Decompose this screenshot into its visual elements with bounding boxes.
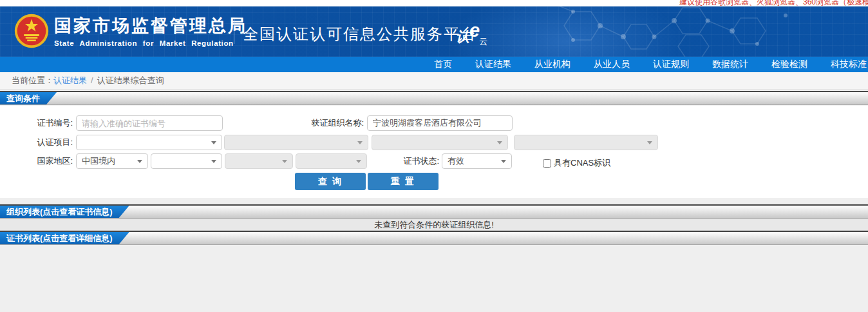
breadcrumb-separator: /: [91, 75, 93, 85]
chevron-down-icon: [497, 141, 502, 144]
chevron-down-icon: [647, 141, 652, 144]
ren-e-yun-logo: 认e云: [456, 24, 488, 46]
nav-item-statistics[interactable]: 数据统计: [712, 59, 748, 70]
project-select-level1[interactable]: [76, 135, 222, 150]
region-select-province[interactable]: [151, 153, 222, 169]
org-list-section-bar: 组织列表(点击查看证书信息): [0, 204, 868, 219]
status-label: 证书状态:: [380, 153, 439, 169]
query-section-bar: 查询条件: [0, 91, 868, 105]
nav-item-agencies[interactable]: 从业机构: [534, 59, 571, 70]
logo-char-e: e: [469, 20, 480, 41]
region-select-value: 中国境内: [82, 156, 115, 166]
query-section-tab: 查询条件: [0, 92, 57, 104]
org-list-empty-message: 未查到符合条件的获证组织信息!: [0, 219, 868, 231]
chevron-down-icon: [282, 160, 287, 163]
region-select-district: [296, 153, 367, 169]
query-form: 证书编号: 获证组织名称: 认证项目: 国家地区: 中国境内 证书状态: 有效 …: [0, 106, 868, 198]
cnas-checkbox-row[interactable]: 具有CNAS标识: [543, 155, 610, 171]
nav-item-standards[interactable]: 科技标准: [831, 59, 867, 70]
nav-item-rules[interactable]: 认证规则: [653, 59, 689, 70]
browser-notice: 建议使用谷歌浏览器、火狐浏览器、360浏览器（极速模式）、IE: [679, 0, 868, 6]
chevron-down-icon: [137, 160, 142, 163]
chevron-down-icon: [356, 160, 361, 163]
cert-no-input[interactable]: [76, 115, 223, 131]
org-name-label: 获证组织名称:: [293, 115, 364, 131]
cert-no-label: 证书编号:: [0, 115, 73, 131]
project-select-level4: [514, 135, 658, 150]
org-list-section-tab: 组织列表(点击查看证书信息): [0, 206, 129, 218]
org-name-input[interactable]: [367, 115, 513, 131]
site-header: 国家市场监督管理总局 State Administration for Mark…: [0, 6, 868, 57]
org-title-block: 国家市场监督管理总局 State Administration for Mark…: [54, 15, 247, 48]
main-nav: 首页 认证结果 从业机构 从业人员 认证规则 数据统计 检验检测 科技标准: [0, 57, 868, 72]
region-label: 国家地区:: [0, 153, 73, 169]
project-label: 认证项目:: [0, 135, 73, 150]
status-select-value: 有效: [448, 156, 464, 166]
national-emblem-icon: [14, 14, 49, 48]
chevron-down-icon: [211, 141, 216, 144]
nav-item-inspection[interactable]: 检验检测: [771, 59, 807, 70]
project-select-level2: [224, 135, 368, 150]
logo-char-yun: 云: [479, 37, 487, 46]
logo-char-ren: 认: [456, 29, 469, 44]
cert-list-section-tab: 证书列表(点击查看详细信息): [0, 232, 129, 244]
search-button[interactable]: 查 询: [295, 173, 366, 190]
region-select-city: [225, 153, 293, 169]
cnas-checkbox[interactable]: [543, 159, 551, 168]
org-name-en: State Administration for Market Regulati…: [54, 38, 247, 48]
top-strip: 建议使用谷歌浏览器、火狐浏览器、360浏览器（极速模式）、IE: [0, 0, 868, 6]
hexagon-pattern-decoration: [534, 6, 811, 57]
chevron-down-icon: [211, 160, 216, 163]
reset-button[interactable]: 重 置: [368, 173, 439, 190]
region-select-country[interactable]: 中国境内: [76, 153, 148, 169]
nav-item-home[interactable]: 首页: [434, 59, 452, 70]
breadcrumb-current: 认证结果综合查询: [97, 75, 164, 85]
nav-item-cert-results[interactable]: 认证结果: [475, 59, 511, 70]
org-name-cn: 国家市场监督管理总局: [54, 15, 247, 36]
header-divider: [234, 19, 234, 44]
chevron-down-icon: [357, 141, 363, 144]
status-select[interactable]: 有效: [442, 153, 512, 169]
page: 建议使用谷歌浏览器、火狐浏览器、360浏览器（极速模式）、IE: [0, 0, 868, 312]
project-select-level3: [372, 135, 508, 150]
breadcrumb-link-cert-results[interactable]: 认证结果: [53, 75, 87, 85]
chevron-down-icon: [501, 160, 506, 163]
breadcrumb-prefix: 当前位置：: [12, 75, 53, 85]
nav-item-personnel[interactable]: 从业人员: [594, 59, 630, 70]
cert-list-section-bar: 证书列表(点击查看详细信息): [0, 231, 868, 245]
platform-title: 全国认证认可信息公共服务平台: [243, 24, 477, 44]
breadcrumb: 当前位置：认证结果/认证结果综合查询: [0, 72, 868, 90]
cnas-label: 具有CNAS标识: [554, 157, 610, 169]
